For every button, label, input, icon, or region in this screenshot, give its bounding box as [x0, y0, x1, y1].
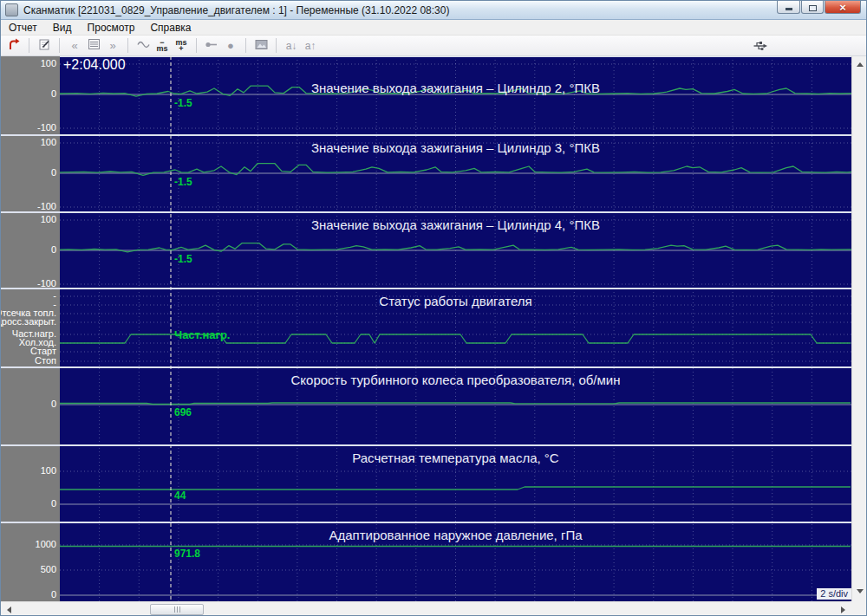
axis-tick-label: 100 [41, 215, 56, 224]
circle-icon: ● [227, 39, 234, 52]
sine-icon [137, 39, 150, 53]
minimize-icon [786, 8, 792, 10]
section-separator [1, 366, 851, 368]
close-icon: × [839, 2, 846, 13]
record-button[interactable]: ● [222, 37, 239, 55]
axis-tick-label: 0 [51, 590, 56, 600]
section-separator [1, 134, 851, 136]
waveform-button[interactable] [134, 37, 152, 55]
toolbar-separator [245, 38, 246, 53]
menu-item-0[interactable]: Отчет [1, 21, 45, 35]
red-arrow-icon [8, 38, 21, 54]
cursor-pin-button[interactable] [203, 37, 220, 55]
chevrons-left-icon: « [71, 39, 77, 52]
chart-area: 1000-1001000-1001000-100--Отсечка топл.Д… [1, 56, 867, 601]
menubar: ОтчетВидПросмотрСправка [1, 20, 866, 36]
axis-tick-label: 100 [41, 466, 56, 476]
window-title: Сканматик [221031_0829_Управление_двигат… [23, 4, 449, 16]
cursor-timestamp: +2:04.000 [63, 57, 126, 73]
menu-item-1[interactable]: Вид [45, 21, 80, 35]
scrollbar-corner [850, 601, 866, 616]
cursor-value-ambient-pressure: 971.8 [174, 548, 200, 560]
app-icon[interactable] [5, 3, 18, 16]
prev-page-button[interactable]: « [66, 37, 83, 55]
screenshot-button[interactable] [252, 37, 270, 55]
chevrons-right-icon: » [109, 39, 115, 52]
notepad-icon [38, 38, 51, 54]
axis-tick-label: 0 [51, 499, 56, 509]
toolbar: «»−msms+●a↓a↑ [1, 36, 866, 56]
vertical-scrollbar[interactable] [851, 56, 867, 601]
scroll-down-icon[interactable] [857, 589, 864, 593]
report-button[interactable] [36, 37, 53, 55]
a-up-icon: a↑ [305, 40, 316, 52]
axis-tick-label: 0 [51, 245, 56, 255]
axis-sidebar: 1000-1001000-1001000-100--Отсечка топл.Д… [1, 56, 60, 601]
cursor-value-turbine-speed: 696 [174, 406, 192, 418]
axis-tick-label: 0 [51, 89, 56, 99]
cursor-value-oil-temp: 44 [174, 490, 186, 502]
minimize-button[interactable] [777, 1, 800, 14]
section-separator [1, 444, 851, 446]
restore-icon [809, 5, 817, 11]
plot-area[interactable]: +2:04.000 2 s/div Значение выхода зажига… [60, 56, 851, 601]
toolbar-separator [196, 38, 197, 53]
axis-tick-label: -100 [37, 123, 56, 133]
cursor-value-engine-status: Част.нагр. [174, 328, 230, 341]
scroll-up-icon[interactable] [857, 62, 864, 67]
toolbar-separator [127, 38, 128, 53]
axis-tick-label: 100 [41, 138, 56, 147]
axis-tick-label: 100 [41, 59, 56, 68]
font-increase-button[interactable]: a↑ [302, 37, 319, 55]
titlebar[interactable]: Сканматик [221031_0829_Управление_двигат… [1, 1, 866, 20]
cursor-value-ignition-cyl4: -1.5 [174, 253, 192, 265]
next-page-button[interactable]: » [104, 37, 121, 55]
axis-tick-label: 0 [51, 168, 56, 178]
scroll-left-icon[interactable] [7, 606, 11, 613]
axis-tick-label: 0 [51, 399, 56, 409]
scroll-right-icon[interactable] [841, 606, 845, 613]
section-separator [1, 522, 851, 523]
toolbar-separator [276, 38, 277, 53]
axis-tick-label: 500 [41, 565, 56, 574]
toolbar-separator [59, 38, 60, 53]
timebase-plus-button[interactable]: ms+ [173, 37, 190, 55]
close-button[interactable]: × [825, 1, 861, 14]
ms-minus-icon: ms [156, 46, 167, 52]
timebase-label[interactable]: 2 s/div [817, 588, 851, 600]
list-icon [88, 38, 101, 53]
section-separator [1, 211, 851, 213]
menu-item-2[interactable]: Просмотр [80, 21, 143, 35]
pin-icon [205, 39, 218, 53]
cursor-value-ignition-cyl2: -1.5 [174, 97, 192, 109]
parameter-list-button[interactable] [85, 37, 102, 55]
a-down-icon: a↓ [286, 40, 297, 52]
exit-to-main-button[interactable] [5, 37, 23, 55]
usb-connection-icon [752, 37, 769, 55]
ms-plus-icon: + [179, 46, 183, 52]
axis-tick-label: Стоп [35, 356, 56, 366]
timebase-minus-button[interactable]: −ms [153, 37, 171, 55]
image-icon [255, 39, 268, 53]
app-window: Сканматик [221031_0829_Управление_двигат… [0, 0, 867, 616]
axis-tick-label: -100 [37, 202, 56, 211]
font-decrease-button[interactable]: a↓ [283, 37, 300, 55]
toolbar-separator [29, 38, 29, 53]
restore-button[interactable] [801, 1, 824, 14]
cursor-value-ignition-cyl3: -1.5 [174, 176, 192, 188]
menu-item-3[interactable]: Справка [142, 21, 199, 35]
scrollbar-thumb[interactable] [150, 604, 204, 615]
axis-tick-label: 1000 [36, 540, 56, 549]
axis-tick-label: Дросс.закрыт. [1, 317, 56, 327]
section-separator [1, 288, 851, 289]
horizontal-scrollbar[interactable] [1, 601, 867, 616]
